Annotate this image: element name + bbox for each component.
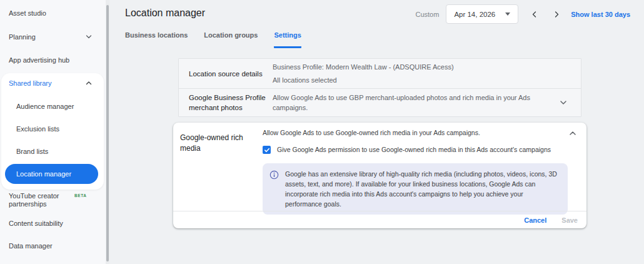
page-title: Location manager <box>125 8 205 19</box>
google-owned-rich-media-card: Google-owned rich media Allow Google Ads… <box>173 123 586 228</box>
sidebar-item-asset-studio[interactable]: Asset studio <box>9 9 46 18</box>
date-value: Apr 14, 2026 <box>454 11 495 18</box>
info-panel-text: Google has an extensive library of high-… <box>285 169 560 209</box>
tab-location-groups[interactable]: Location groups <box>204 31 258 48</box>
next-period-button[interactable] <box>551 9 562 20</box>
checkmark-icon <box>264 147 270 153</box>
sidebar-item-app-advertising-hub[interactable]: App advertising hub <box>9 56 69 64</box>
date-range-type-label: Custom <box>415 11 439 18</box>
sidebar-item-shared-library[interactable]: Shared library <box>9 79 51 88</box>
sidebar-item-youtube-creator-partnerships[interactable]: YouTube creator partnerships <box>9 192 71 208</box>
card-footer: Cancel Save <box>173 211 586 228</box>
row-label: Google Business Profile merchant photos <box>189 93 273 113</box>
save-button[interactable]: Save <box>561 216 578 224</box>
settings-rows: Location source details Business Profile… <box>178 58 581 117</box>
chevron-up-icon[interactable] <box>568 128 578 138</box>
sidebar-scrollbar-track <box>106 0 109 264</box>
cancel-button[interactable]: Cancel <box>524 216 546 224</box>
date-range-controls: Custom Apr 14, 2026 Show last 30 days <box>415 4 630 24</box>
checkbox-label: Give Google Ads permission to use Google… <box>277 145 551 155</box>
sidebar: Asset studio Planning App advertising hu… <box>0 0 106 264</box>
tab-business-locations[interactable]: Business locations <box>125 31 188 48</box>
date-picker-dropdown[interactable]: Apr 14, 2026 <box>446 4 518 24</box>
info-icon <box>269 170 279 180</box>
sidebar-item-label: Location manager <box>16 170 71 178</box>
tab-settings[interactable]: Settings <box>274 31 301 48</box>
chevron-left-icon <box>531 11 538 18</box>
sidebar-item-data-manager[interactable]: Data manager <box>9 242 53 250</box>
previous-period-button[interactable] <box>529 9 540 20</box>
show-last-30-days-link[interactable]: Show last 30 days <box>571 11 630 18</box>
chevron-right-icon <box>553 11 560 18</box>
info-panel: Google has an extensive library of high-… <box>263 163 568 215</box>
card-content: Allow Google Ads to use Google-owned ric… <box>263 128 568 215</box>
sidebar-item-location-manager[interactable]: Location manager <box>5 164 98 184</box>
chevron-up-icon[interactable] <box>85 79 93 87</box>
beta-badge: BETA <box>74 193 87 198</box>
location-source-details-row[interactable]: Location source details Business Profile… <box>179 59 581 88</box>
caret-down-icon <box>505 13 510 16</box>
sidebar-item-planning[interactable]: Planning <box>9 33 36 41</box>
chevron-down-icon[interactable] <box>85 33 93 41</box>
google-ads-location-manager-page: Asset studio Planning App advertising hu… <box>0 0 644 264</box>
sidebar-item-audience-manager[interactable]: Audience manager <box>16 103 74 111</box>
rich-media-permission-row[interactable]: Give Google Ads permission to use Google… <box>263 145 568 155</box>
location-source-value: Business Profile: Modern Wealth Law - (A… <box>273 62 571 72</box>
card-label: Google-owned rich media <box>180 133 254 154</box>
merchant-photos-description: Allow Google Ads to use GBP merchant-upl… <box>273 93 553 113</box>
sidebar-scrollbar-thumb[interactable] <box>106 5 109 261</box>
checkbox-checked-icon[interactable] <box>263 146 271 154</box>
rich-media-description: Allow Google Ads to use Google-owned ric… <box>263 128 568 137</box>
sidebar-item-exclusion-lists[interactable]: Exclusion lists <box>16 125 59 133</box>
sidebar-item-content-suitability[interactable]: Content suitability <box>9 220 63 228</box>
merchant-photos-row[interactable]: Google Business Profile merchant photos … <box>179 88 581 116</box>
row-label: Location source details <box>189 69 273 79</box>
chevron-down-icon[interactable] <box>558 98 568 108</box>
sidebar-item-brand-lists[interactable]: Brand lists <box>16 148 48 156</box>
tab-bar: Business locations Location groups Setti… <box>125 31 301 48</box>
locations-selected-value: All locations selected <box>273 75 571 85</box>
